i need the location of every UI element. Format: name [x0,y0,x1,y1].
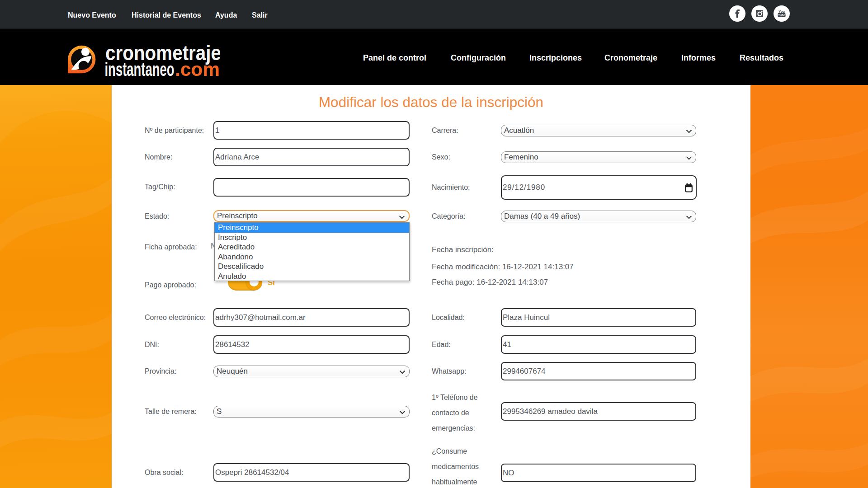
svg-text:You: You [778,9,785,14]
svg-text:Tube: Tube [778,14,785,17]
svg-text:.com: .com [175,59,220,80]
svg-text:instantaneo: instantaneo [105,59,175,80]
